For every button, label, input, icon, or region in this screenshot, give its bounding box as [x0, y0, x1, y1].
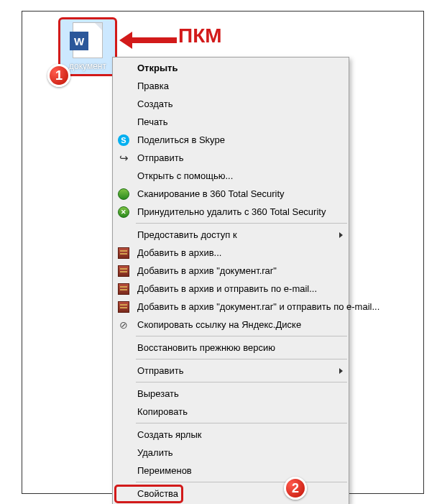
arrow-annotation: [119, 33, 177, 47]
menu-restore-previous[interactable]: Восстановить прежнюю версию: [113, 339, 349, 357]
chevron-right-icon: [339, 368, 343, 374]
context-menu: Открыть Правка Создать Печать S Поделить…: [112, 57, 349, 504]
menu-create-shortcut[interactable]: Создать ярлык: [113, 426, 349, 444]
menu-send-2[interactable]: Отправить: [113, 362, 349, 380]
menu-separator: [136, 336, 347, 336]
menu-force-delete-360[interactable]: Принудительно удалить с 360 Total Securi…: [113, 203, 349, 221]
step-badge-1: 1: [47, 64, 70, 87]
skype-icon: S: [118, 134, 129, 146]
file-icon-selected[interactable]: 1 W документ: [58, 17, 117, 76]
menu-separator: [136, 482, 347, 482]
menu-open[interactable]: Открыть: [113, 59, 349, 77]
shield-delete-icon: [118, 206, 129, 218]
menu-rar-add[interactable]: Добавить в архив...: [113, 244, 349, 262]
word-document-icon: W: [73, 22, 103, 58]
right-click-annotation: ПКМ: [178, 24, 222, 47]
menu-print[interactable]: Печать: [113, 113, 349, 131]
shield-scan-icon: [118, 188, 129, 200]
winrar-icon: [118, 265, 129, 277]
menu-grant-access[interactable]: Предоставить доступ к: [113, 226, 349, 244]
step-badge-2: 2: [284, 477, 307, 500]
menu-separator: [136, 382, 347, 382]
share-icon: ↪: [119, 152, 129, 165]
menu-rar-add-email[interactable]: Добавить в архив и отправить по e-mail..…: [113, 280, 349, 298]
menu-rar-add-named[interactable]: Добавить в архив "документ.rar": [113, 262, 349, 280]
menu-yadisk-copy-link[interactable]: ⊘ Скопировать ссылку на Яндекс.Диске: [113, 316, 349, 334]
link-icon: ⊘: [118, 319, 129, 331]
menu-send-1[interactable]: ↪ Отправить: [113, 149, 349, 167]
menu-share-skype[interactable]: S Поделиться в Skype: [113, 131, 349, 149]
menu-create[interactable]: Создать: [113, 95, 349, 113]
menu-rar-add-named-email[interactable]: Добавить в архив "документ.rar" и отправ…: [113, 298, 349, 316]
menu-separator: [136, 223, 347, 224]
menu-scan-360[interactable]: Сканирование в 360 Total Security: [113, 185, 349, 203]
menu-rename[interactable]: Переименов: [113, 462, 349, 480]
winrar-icon: [118, 283, 129, 295]
menu-copy[interactable]: Копировать: [113, 403, 349, 421]
menu-properties[interactable]: Свойства: [113, 485, 349, 503]
menu-delete[interactable]: Удалить: [113, 444, 349, 462]
file-name-label: документ: [69, 61, 106, 71]
menu-separator: [136, 359, 347, 359]
menu-cut[interactable]: Вырезать: [113, 385, 349, 403]
menu-open-with[interactable]: Открыть с помощью...: [113, 167, 349, 185]
winrar-icon: [118, 247, 129, 259]
chevron-right-icon: [339, 232, 343, 238]
winrar-icon: [118, 301, 129, 313]
menu-edit[interactable]: Правка: [113, 77, 349, 95]
menu-separator: [136, 423, 347, 423]
